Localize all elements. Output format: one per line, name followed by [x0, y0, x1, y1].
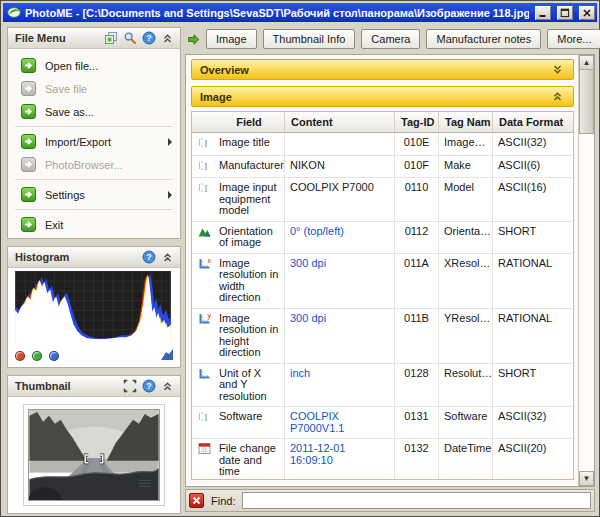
tab-thumbnail-info[interactable]: Thumbnail Info — [263, 29, 356, 49]
help-icon[interactable]: ? — [141, 379, 156, 394]
collapse-icon[interactable] — [160, 31, 175, 46]
data-format-cell[interactable]: ASCII(6) — [492, 156, 573, 179]
text-icon[interactable]: I — [192, 133, 214, 156]
menu-item-photobrowser[interactable]: PhotoBrowser... — [8, 153, 180, 176]
tag-name-cell[interactable]: DateTime — [438, 439, 492, 480]
tag-id-cell[interactable]: 0131 — [394, 407, 438, 439]
blue-channel-button[interactable] — [49, 351, 59, 361]
tag-id-cell[interactable]: 011B — [394, 309, 438, 364]
data-format-cell[interactable]: ASCII(20) — [492, 439, 573, 480]
field-cell[interactable]: Image title — [214, 133, 284, 156]
content-cell[interactable] — [284, 133, 394, 156]
tag-name-column-header[interactable]: Tag Nam — [438, 112, 492, 133]
data-format-cell[interactable]: RATIONAL — [492, 309, 573, 364]
tag-name-cell[interactable]: Orienta… — [438, 222, 492, 254]
content-cell[interactable]: 300 dpi — [284, 254, 394, 309]
search-icon[interactable] — [122, 31, 137, 46]
tab-camera[interactable]: Camera — [361, 29, 420, 49]
duplicate-icon[interactable] — [103, 31, 118, 46]
content-cell[interactable]: 0° (top/left) — [284, 222, 394, 254]
tag-name-cell[interactable]: Image… — [438, 133, 492, 156]
collapse-icon[interactable] — [160, 250, 175, 265]
field-cell[interactable]: Image input equipment model — [214, 178, 284, 222]
data-format-cell[interactable]: ASCII(32) — [492, 407, 573, 439]
field-cell[interactable]: Manufacturer — [214, 156, 284, 179]
text-icon[interactable]: I — [192, 407, 214, 439]
minimize-button[interactable] — [535, 6, 551, 20]
overview-section-bar[interactable]: Overview — [191, 59, 574, 80]
tag-name-cell[interactable]: XResol… — [438, 254, 492, 309]
data-format-cell[interactable]: RATIONAL — [492, 254, 573, 309]
field-cell[interactable]: File change date and time — [214, 439, 284, 480]
red-channel-button[interactable] — [15, 351, 25, 361]
scroll-down-button[interactable]: ▼ — [579, 471, 594, 486]
close-button[interactable] — [579, 6, 595, 20]
image-section-bar[interactable]: Image — [191, 86, 574, 107]
help-icon[interactable]: ? — [141, 250, 156, 265]
scrollbar-thumb[interactable] — [579, 70, 594, 134]
field-cell[interactable]: Image resolution in height direction — [214, 309, 284, 364]
data-format-column-header[interactable]: Data Format — [492, 112, 573, 133]
menu-item-save-as[interactable]: Save as... — [8, 100, 180, 123]
content-cell[interactable]: COOLPIX P7000 — [284, 178, 394, 222]
content-cell[interactable]: inch — [284, 364, 394, 408]
text-icon[interactable]: I — [192, 178, 214, 222]
thumbnail-image[interactable] — [23, 404, 165, 506]
menu-item-exit[interactable]: Exit — [8, 213, 180, 236]
rulerx-icon[interactable]: x — [192, 254, 214, 309]
expand-icon[interactable] — [550, 62, 565, 77]
crop-frame-icon[interactable] — [122, 379, 137, 394]
tag-id-cell[interactable]: 0112 — [394, 222, 438, 254]
tag-id-cell[interactable]: 0128 — [394, 364, 438, 408]
scroll-up-button[interactable]: ▲ — [579, 55, 594, 70]
ruler-icon[interactable] — [192, 364, 214, 408]
log-scale-icon[interactable] — [161, 349, 173, 362]
tag-id-cell[interactable]: 0132 — [394, 439, 438, 480]
data-format-cell[interactable]: SHORT — [492, 364, 573, 408]
tag-name-cell[interactable]: Model — [438, 178, 492, 222]
tab-image[interactable]: Image — [206, 29, 257, 49]
rulery-icon[interactable]: y — [192, 309, 214, 364]
scrollbar-track[interactable] — [579, 134, 594, 471]
menu-item-save-file[interactable]: Save file — [8, 77, 180, 100]
text-icon[interactable]: I — [192, 156, 214, 179]
tag-id-cell[interactable]: 010E — [394, 133, 438, 156]
find-close-button[interactable] — [189, 493, 204, 508]
field-cell[interactable]: Unit of X and Y resolution — [214, 364, 284, 408]
data-format-cell[interactable]: ASCII(16) — [492, 178, 573, 222]
field-cell[interactable]: Image resolution in width direction — [214, 254, 284, 309]
green-channel-button[interactable] — [32, 351, 42, 361]
tag-id-cell[interactable]: 0110 — [394, 178, 438, 222]
data-format-cell[interactable]: ASCII(32) — [492, 133, 573, 156]
maximize-button[interactable] — [557, 6, 573, 20]
field-column-header[interactable]: Field — [214, 112, 284, 133]
tag-name-cell[interactable]: Resolut… — [438, 364, 492, 408]
tag-name-cell[interactable]: Software — [438, 407, 492, 439]
field-cell[interactable]: Orientation of image — [214, 222, 284, 254]
content-cell[interactable]: COOLPIX P7000V1.1 — [284, 407, 394, 439]
tag-id-column-header[interactable]: Tag-ID — [394, 112, 438, 133]
titlebar[interactable]: PhotoME - [C:\Documents and Settings\Sev… — [3, 3, 597, 22]
content-column-header[interactable]: Content — [284, 112, 394, 133]
tag-id-cell[interactable]: 010F — [394, 156, 438, 179]
content-cell[interactable]: 300 dpi — [284, 309, 394, 364]
collapse-icon[interactable] — [160, 379, 175, 394]
find-input[interactable] — [242, 492, 591, 509]
data-format-cell[interactable]: SHORT — [492, 222, 573, 254]
calendar-icon[interactable] — [192, 439, 214, 480]
tag-id-cell[interactable]: 011A — [394, 254, 438, 309]
content-cell[interactable]: NIKON — [284, 156, 394, 179]
tag-name-cell[interactable]: YResol… — [438, 309, 492, 364]
menu-item-open-file[interactable]: Open file... — [8, 54, 180, 77]
tab-more[interactable]: More... — [547, 29, 600, 49]
collapse-icon[interactable] — [550, 89, 565, 104]
menu-item-import-export[interactable]: Import/Export — [8, 130, 180, 153]
orientation-icon[interactable] — [192, 222, 214, 254]
field-cell[interactable]: Software — [214, 407, 284, 439]
forward-arrow-icon[interactable] — [187, 32, 200, 47]
tab-manufacturer-notes[interactable]: Manufacturer notes — [426, 29, 541, 49]
tag-name-cell[interactable]: Make — [438, 156, 492, 179]
help-icon[interactable]: ? — [141, 31, 156, 46]
vertical-scrollbar[interactable]: ▲ ▼ — [578, 55, 594, 486]
menu-item-settings[interactable]: Settings — [8, 183, 180, 206]
